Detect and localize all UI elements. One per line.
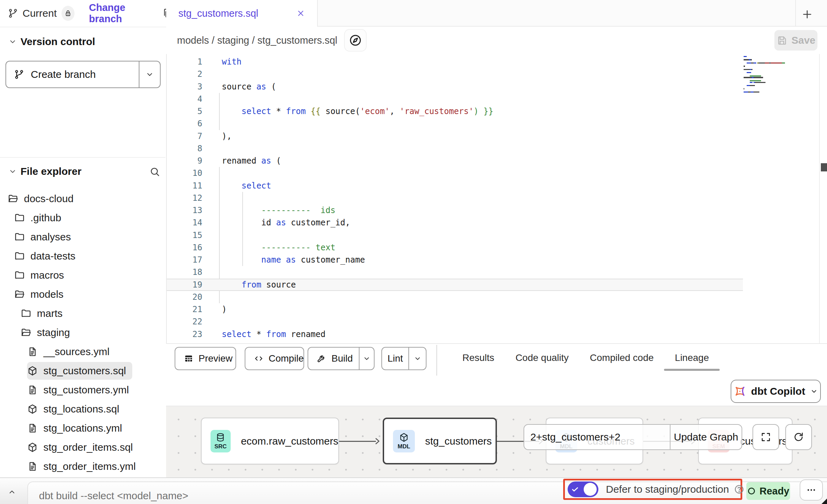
tree-item-stg-locations-yml[interactable]: stg_locations.yml bbox=[0, 419, 165, 438]
code-editor[interactable]: 1with23source as (45 select * from {{ so… bbox=[167, 54, 827, 343]
tree-item-data-tests[interactable]: data-tests bbox=[0, 247, 165, 266]
line-number: 10 bbox=[167, 168, 202, 178]
code-line-17[interactable]: 17 name as customer_name bbox=[167, 254, 743, 266]
scrollbar-handle[interactable] bbox=[821, 163, 827, 171]
compile-button[interactable]: Compile bbox=[245, 347, 304, 370]
code-line-14[interactable]: 14 id as customer_id, bbox=[167, 216, 743, 229]
line-number: 19 bbox=[167, 280, 202, 290]
code-line-15[interactable]: 15 bbox=[167, 229, 743, 241]
minimap-line bbox=[744, 62, 785, 64]
code-line-3[interactable]: 3source as ( bbox=[167, 81, 743, 93]
code-line-4[interactable]: 4 bbox=[167, 93, 743, 105]
update-graph-button[interactable]: Update Graph bbox=[670, 425, 742, 449]
lineage-node-stg-customers[interactable]: MDLstg_customers bbox=[383, 418, 497, 464]
save-button[interactable]: Save bbox=[774, 30, 817, 51]
lineage-node-ecom-raw-customers[interactable]: SRCecom.raw_customers bbox=[201, 418, 339, 464]
file-explorer-title: File explorer bbox=[21, 166, 81, 177]
tree-item-stg-customers-sql[interactable]: stg_customers.sql bbox=[0, 361, 165, 380]
tree-item-stg-order-items-sql[interactable]: stg_order_items.sql bbox=[0, 438, 165, 457]
help-icon[interactable] bbox=[734, 484, 745, 495]
panel-tab-lineage[interactable]: Lineage bbox=[675, 352, 709, 363]
tree-item-label: stg_customers.sql bbox=[43, 365, 126, 377]
minimap[interactable] bbox=[744, 56, 817, 97]
chevron-up-icon[interactable] bbox=[8, 488, 16, 496]
new-tab-button[interactable] bbox=[801, 8, 813, 20]
code-text: select * from {{ source('ecom', 'raw_cus… bbox=[222, 107, 493, 116]
code-line-19[interactable]: 19 from source bbox=[167, 279, 743, 291]
tree-item-macros[interactable]: macros bbox=[0, 266, 165, 285]
code-line-20[interactable]: 20 bbox=[167, 291, 743, 303]
tree-item-stg-customers-yml[interactable]: stg_customers.yml bbox=[0, 380, 165, 400]
code-text: renamed as ( bbox=[222, 156, 281, 166]
file-tree: docs-cloud.githubanalysesdata-testsmacro… bbox=[0, 189, 165, 476]
code-line-10[interactable]: 10 bbox=[167, 167, 743, 179]
code-line-9[interactable]: 9renamed as ( bbox=[167, 155, 743, 167]
code-line-1[interactable]: 1with bbox=[167, 56, 743, 68]
lineage-selector-input[interactable]: 2+stg_customers+2 bbox=[524, 425, 670, 449]
tree-item--github[interactable]: .github bbox=[0, 208, 165, 227]
tree-item-label: models bbox=[30, 289, 64, 300]
tree-item-label: stg_locations.yml bbox=[43, 422, 122, 434]
create-branch-button[interactable]: Create branch bbox=[5, 61, 161, 88]
git-branch-icon bbox=[14, 69, 25, 80]
refresh-button[interactable] bbox=[785, 424, 812, 450]
tree-item-label: stg_locations.sql bbox=[43, 403, 119, 415]
copilot-compass-button[interactable] bbox=[345, 30, 366, 51]
code-line-13[interactable]: 13 ---------- ids bbox=[167, 204, 743, 216]
create-branch-dropdown[interactable] bbox=[139, 61, 160, 87]
tree-item-label: stg_order_items.yml bbox=[43, 461, 136, 472]
panel-tab-compiled-code[interactable]: Compiled code bbox=[590, 352, 654, 363]
panel-tab-code-quality[interactable]: Code quality bbox=[515, 352, 569, 363]
compile-label: Compile bbox=[269, 353, 304, 364]
dbt-copilot-button[interactable]: dbt Copilot bbox=[731, 380, 821, 403]
line-number: 5 bbox=[167, 107, 202, 116]
check-icon bbox=[571, 485, 579, 493]
close-icon[interactable] bbox=[296, 9, 306, 18]
build-dropdown[interactable] bbox=[359, 348, 374, 369]
tree-item-stg-locations-sql[interactable]: stg_locations.sql bbox=[0, 400, 165, 419]
lint-dropdown[interactable] bbox=[408, 348, 426, 369]
code-line-16[interactable]: 16 ---------- text bbox=[167, 241, 743, 254]
code-line-12[interactable]: 12 bbox=[167, 192, 743, 204]
line-number: 23 bbox=[167, 330, 202, 339]
search-icon[interactable] bbox=[149, 166, 161, 178]
lint-button[interactable]: Lint bbox=[381, 347, 426, 370]
minimap-line bbox=[744, 72, 751, 73]
divider bbox=[0, 157, 165, 158]
change-branch-link[interactable]: Change branch bbox=[89, 2, 152, 25]
lineage-panel[interactable]: SRCecom.raw_customersMDLstg_customersMDL… bbox=[166, 406, 827, 477]
code-line-23[interactable]: 23select * from renamed bbox=[167, 328, 743, 340]
code-line-5[interactable]: 5 select * from {{ source('ecom', 'raw_c… bbox=[167, 105, 743, 117]
preview-button[interactable]: Preview bbox=[175, 347, 236, 370]
code-line-2[interactable]: 2 bbox=[167, 68, 743, 80]
code-line-7[interactable]: 7), bbox=[167, 130, 743, 142]
tree-item-analyses[interactable]: analyses bbox=[0, 227, 165, 247]
code-line-6[interactable]: 6 bbox=[167, 117, 743, 130]
tree-item-marts[interactable]: marts bbox=[0, 304, 165, 323]
code-line-21[interactable]: 21) bbox=[167, 303, 743, 316]
code-line-8[interactable]: 8 bbox=[167, 142, 743, 155]
tree-item-docs-cloud[interactable]: docs-cloud bbox=[0, 189, 165, 208]
status-ring-icon bbox=[747, 487, 756, 495]
tree-item-staging[interactable]: staging bbox=[0, 323, 165, 342]
code-line-11[interactable]: 11 select bbox=[167, 180, 743, 192]
defer-label: Defer to staging/production bbox=[606, 484, 729, 495]
build-button[interactable]: Build bbox=[308, 347, 375, 370]
panel-tab-results[interactable]: Results bbox=[462, 352, 494, 363]
minimap-line bbox=[744, 59, 752, 60]
file-explorer-header[interactable]: File explorer bbox=[8, 165, 81, 178]
version-control-header[interactable]: Version control bbox=[8, 35, 95, 48]
fullscreen-button[interactable] bbox=[753, 424, 779, 450]
tree-item-stg-order-items-yml[interactable]: stg_order_items.yml bbox=[0, 457, 165, 476]
code-line-22[interactable]: 22 bbox=[167, 316, 743, 328]
tree-item-label: stg_order_items.sql bbox=[43, 442, 133, 453]
tree-item--sources-yml[interactable]: __sources.yml bbox=[0, 342, 165, 361]
more-options-button[interactable] bbox=[800, 479, 823, 501]
defer-toggle[interactable] bbox=[568, 481, 598, 497]
cube-icon bbox=[399, 432, 409, 443]
tree-item-models[interactable]: models bbox=[0, 285, 165, 304]
code-line-18[interactable]: 18 bbox=[167, 266, 743, 278]
dbt-copilot-label: dbt Copilot bbox=[751, 386, 805, 397]
line-number: 8 bbox=[167, 144, 202, 153]
tab-stg-customers[interactable]: stg_customers.sql bbox=[166, 0, 318, 27]
